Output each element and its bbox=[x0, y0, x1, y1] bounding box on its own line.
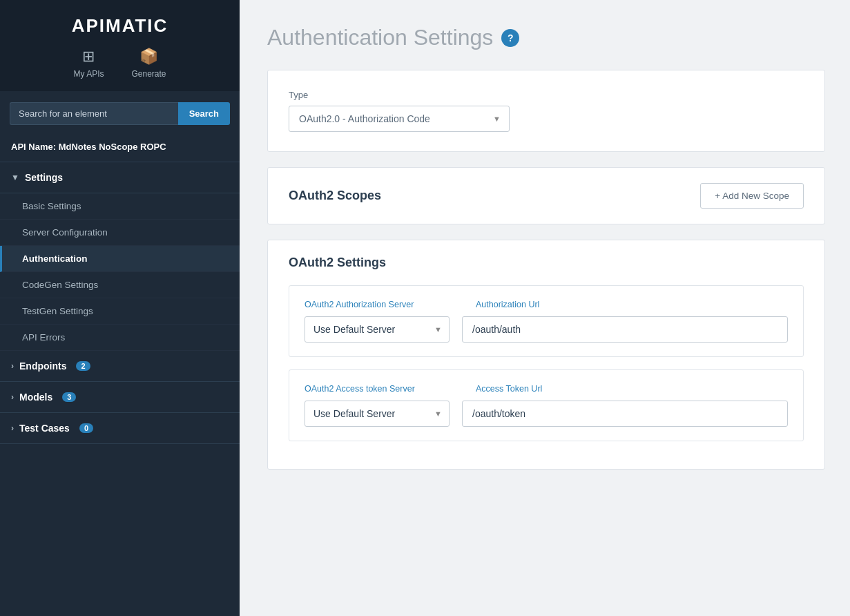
models-section: › Models 3 bbox=[0, 382, 240, 413]
sidebar-nav-icons: ⊞ My APIs 📦 Generate bbox=[0, 48, 240, 79]
auth-server-inputs: Use Default Server Custom Server bbox=[305, 316, 788, 343]
test-cases-section: › Test Cases 0 bbox=[0, 413, 240, 444]
test-cases-section-header[interactable]: › Test Cases 0 bbox=[0, 413, 240, 444]
access-token-server-row: OAuth2 Access token Server Access Token … bbox=[289, 369, 804, 441]
sidebar-item-authentication[interactable]: Authentication bbox=[0, 246, 240, 272]
access-token-server-label: OAuth2 Access token Server bbox=[305, 384, 463, 394]
my-apis-icon: ⊞ bbox=[82, 48, 95, 66]
search-button[interactable]: Search bbox=[178, 102, 230, 125]
type-select-wrapper: OAuth2.0 - Authorization Code OAuth2.0 -… bbox=[289, 106, 510, 132]
generate-icon: 📦 bbox=[139, 48, 158, 66]
settings-label: Settings bbox=[25, 172, 63, 183]
auth-server-row: OAuth2 Authorization Server Authorizatio… bbox=[289, 285, 804, 357]
access-token-server-select[interactable]: Use Default Server Custom Server bbox=[305, 401, 450, 427]
scopes-title: OAuth2 Scopes bbox=[289, 189, 381, 203]
settings-section-header[interactable]: ▼ Settings bbox=[0, 162, 240, 193]
access-token-server-select-wrap: Use Default Server Custom Server bbox=[305, 401, 450, 427]
page-title: Authentication Settings bbox=[267, 25, 493, 50]
page-title-row: Authentication Settings ? bbox=[267, 25, 825, 50]
auth-url-input[interactable] bbox=[462, 316, 788, 343]
sidebar-item-basic-settings[interactable]: Basic Settings bbox=[0, 193, 240, 220]
test-cases-label: Test Cases bbox=[19, 423, 70, 434]
models-section-header[interactable]: › Models 3 bbox=[0, 382, 240, 413]
endpoints-section-header[interactable]: › Endpoints 2 bbox=[0, 351, 240, 382]
nav-generate[interactable]: 📦 Generate bbox=[131, 48, 166, 79]
nav-my-apis[interactable]: ⊞ My APIs bbox=[73, 48, 104, 79]
main-content: Authentication Settings ? Type OAuth2.0 … bbox=[240, 0, 850, 616]
auth-server-select-wrap: Use Default Server Custom Server bbox=[305, 316, 450, 343]
sidebar-logo: APIMATIC bbox=[0, 15, 240, 37]
scopes-card: OAuth2 Scopes + Add New Scope bbox=[267, 167, 825, 224]
nav-my-apis-label: My APIs bbox=[73, 69, 104, 79]
sidebar: APIMATIC ⊞ My APIs 📦 Generate Search API… bbox=[0, 0, 240, 616]
access-token-labels: OAuth2 Access token Server Access Token … bbox=[305, 384, 788, 394]
sidebar-item-api-errors[interactable]: API Errors bbox=[0, 325, 240, 351]
endpoints-section: › Endpoints 2 bbox=[0, 351, 240, 382]
sidebar-item-testgen-settings[interactable]: TestGen Settings bbox=[0, 298, 240, 325]
endpoints-chevron: › bbox=[11, 361, 14, 371]
type-label: Type bbox=[289, 90, 804, 100]
api-name-bar: API Name: MdNotes NoScope ROPC bbox=[0, 136, 240, 162]
test-cases-chevron: › bbox=[11, 423, 14, 433]
sidebar-item-server-configuration[interactable]: Server Configuration bbox=[0, 220, 240, 246]
api-name-value: MdNotes NoScope ROPC bbox=[59, 142, 166, 152]
test-cases-badge: 0 bbox=[79, 423, 93, 433]
add-scope-button[interactable]: + Add New Scope bbox=[700, 183, 804, 209]
sidebar-item-codegen-settings[interactable]: CodeGen Settings bbox=[0, 272, 240, 298]
auth-server-select[interactable]: Use Default Server Custom Server bbox=[305, 316, 450, 343]
auth-server-label: OAuth2 Authorization Server bbox=[305, 300, 463, 309]
search-input[interactable] bbox=[10, 102, 178, 125]
type-card: Type OAuth2.0 - Authorization Code OAuth… bbox=[267, 70, 825, 152]
oauth2-settings-title: OAuth2 Settings bbox=[289, 256, 804, 270]
nav-generate-label: Generate bbox=[131, 69, 166, 79]
oauth2-settings-card: OAuth2 Settings OAuth2 Authorization Ser… bbox=[267, 240, 825, 470]
models-chevron: › bbox=[11, 392, 14, 402]
sidebar-header: APIMATIC ⊞ My APIs 📦 Generate bbox=[0, 0, 240, 91]
api-name-label: API Name: bbox=[11, 142, 56, 152]
access-token-url-label: Access Token Url bbox=[476, 384, 788, 394]
help-icon[interactable]: ? bbox=[501, 29, 519, 47]
endpoints-badge: 2 bbox=[76, 361, 90, 371]
auth-server-labels: OAuth2 Authorization Server Authorizatio… bbox=[305, 300, 788, 309]
settings-section: ▼ Settings Basic Settings Server Configu… bbox=[0, 162, 240, 351]
access-token-inputs: Use Default Server Custom Server bbox=[305, 401, 788, 427]
sidebar-search: Search bbox=[10, 102, 230, 125]
models-label: Models bbox=[19, 392, 52, 403]
endpoints-label: Endpoints bbox=[19, 360, 66, 372]
settings-sub-items: Basic Settings Server Configuration Auth… bbox=[0, 193, 240, 351]
auth-url-label: Authorization Url bbox=[476, 300, 788, 309]
access-token-url-input[interactable] bbox=[462, 401, 788, 427]
models-badge: 3 bbox=[62, 392, 76, 402]
settings-chevron: ▼ bbox=[11, 173, 19, 182]
type-select[interactable]: OAuth2.0 - Authorization Code OAuth2.0 -… bbox=[289, 106, 510, 132]
